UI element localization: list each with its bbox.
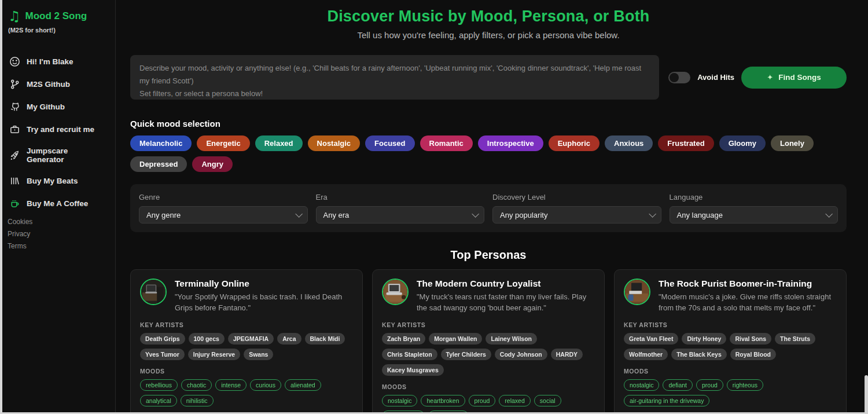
persona-avatar: [140, 279, 167, 305]
sidebar-footer-links: Cookies Privacy Terms: [8, 218, 32, 250]
app-subtitle: (M2S for short!): [8, 27, 107, 34]
top-personas-heading: Top Personas: [130, 248, 847, 262]
language-value: Any language: [677, 211, 723, 219]
filters-panel: Genre Any genre Era Any era Discovery Le…: [130, 184, 847, 232]
main-content: Discover Music by Mood, Persona, or Both…: [116, 0, 868, 414]
mood-tags: nostalgicdefiantproudrighteousair-guitar…: [624, 379, 837, 406]
app-title: Mood 2 Song: [25, 10, 87, 22]
artist-tag: Kacey Musgraves: [382, 364, 444, 376]
artist-tag: 100 gecs: [189, 333, 225, 345]
mood-tags: nostalgicheartbrokenproudrelaxedsocialse…: [382, 395, 595, 414]
moods-label: MOODS: [140, 368, 353, 375]
mood-pill[interactable]: Gloomy: [719, 135, 766, 151]
cookies-link[interactable]: Cookies: [8, 218, 32, 226]
mood-pill[interactable]: Romantic: [420, 135, 473, 151]
artist-tag: The Black Keys: [671, 349, 727, 360]
era-select[interactable]: Any era: [316, 206, 485, 224]
chevron-down-icon: [295, 210, 303, 218]
mood-tag: air-guitaring in the driveway: [624, 395, 709, 406]
mood-pill[interactable]: Melancholic: [130, 135, 192, 151]
sidebar-item-blake[interactable]: Hi! I'm Blake: [8, 53, 107, 70]
mood-tag: intense: [215, 379, 247, 391]
artist-tag: JPEGMAFIA: [228, 333, 274, 345]
mood-pill[interactable]: Introspective: [478, 135, 543, 151]
artist-tag: Cody Johnson: [495, 349, 547, 360]
page-title: Discover Music by Mood, Persona, or Both: [130, 8, 847, 25]
artist-tag: The Struts: [775, 333, 815, 345]
discovery-value: Any popularity: [500, 211, 547, 219]
mood-pill[interactable]: Anxious: [605, 135, 653, 151]
mood-description-input[interactable]: [130, 55, 659, 100]
filter-genre: Genre Any genre: [139, 193, 308, 224]
sidebar-item-my-github[interactable]: My Github: [8, 98, 107, 115]
key-artists-label: KEY ARTISTS: [140, 321, 353, 328]
sidebar-item-label: My Github: [27, 102, 65, 111]
sidebar-item-beats[interactable]: Buy My Beats: [8, 173, 107, 189]
mood-tag: heartbroken: [421, 395, 465, 406]
app-logo[interactable]: ♫ Mood 2 Song: [8, 9, 107, 23]
mood-pill[interactable]: Frustrated: [658, 135, 713, 151]
mood-tag: chaotic: [181, 379, 212, 391]
artist-tag: Greta Van Fleet: [624, 333, 678, 345]
artist-tag: Injury Reserve: [188, 349, 240, 360]
sidebar-item-label: Buy Me A Coffee: [27, 199, 88, 208]
persona-cards: Terminally Online "Your Spotify Wrapped …: [130, 269, 847, 414]
mood-tag: social: [534, 395, 561, 406]
mood-pill[interactable]: Depressed: [130, 156, 187, 172]
era-value: Any era: [323, 211, 350, 219]
persona-card-country-loyalist[interactable]: The Modern Country Loyalist "My truck's …: [372, 269, 605, 414]
persona-quote: "My truck's tears rust faster than my li…: [417, 292, 595, 314]
sparkle-icon: ✦: [767, 73, 773, 82]
genre-select[interactable]: Any genre: [139, 206, 308, 224]
vertical-scrollbar-thumb[interactable]: [865, 375, 868, 414]
sidebar-item-m2s-github[interactable]: M2S Github: [8, 76, 107, 93]
persona-card-terminally-online[interactable]: Terminally Online "Your Spotify Wrapped …: [130, 269, 363, 414]
persona-card-rock-purist[interactable]: The Rock Purist Boomer-in-Training "Mode…: [614, 269, 847, 414]
mood-tag: nostalgic: [382, 395, 417, 406]
filter-language: Language Any language: [670, 193, 838, 224]
mood-pill[interactable]: Energetic: [197, 135, 249, 151]
left-scrollbar[interactable]: [0, 0, 2, 414]
mood-pill[interactable]: Nostalgic: [308, 135, 361, 151]
discovery-select[interactable]: Any popularity: [492, 206, 661, 224]
language-select[interactable]: Any language: [670, 206, 838, 224]
github-icon: [9, 101, 20, 112]
card-header-text: The Rock Purist Boomer-in-Training "Mode…: [659, 279, 837, 314]
mood-pill[interactable]: Focused: [365, 135, 414, 151]
mood-pill[interactable]: Lonely: [771, 135, 814, 151]
artist-tag: Swans: [244, 349, 273, 360]
avoid-hits-toggle[interactable]: [668, 72, 690, 83]
discovery-label: Discovery Level: [492, 193, 661, 201]
mood-tags: rebelliouschaoticintensecuriousalienated…: [140, 379, 353, 406]
input-controls: Avoid Hits ✦ Find Songs: [668, 67, 847, 89]
artist-tags: Death Grips100 gecsJPEGMAFIAArcaBlack Mi…: [140, 333, 353, 360]
find-songs-label: Find Songs: [778, 73, 821, 82]
audio-bars-icon: [9, 175, 20, 186]
chevron-down-icon: [825, 210, 833, 218]
sidebar-item-jumpscare[interactable]: Jumpscare Generator: [8, 144, 107, 167]
genre-label: Genre: [139, 193, 308, 201]
key-artists-label: KEY ARTISTS: [382, 321, 595, 328]
mood-pill[interactable]: Angry: [192, 156, 233, 172]
sidebar-item-recruit[interactable]: Try and recruit me: [8, 121, 107, 138]
artist-tag: Dirty Honey: [682, 333, 726, 345]
avoid-hits-label: Avoid Hits: [697, 73, 734, 82]
find-songs-button[interactable]: ✦ Find Songs: [741, 67, 847, 89]
mood-tag: nihilistic: [181, 395, 214, 406]
sidebar-item-label: Hi! I'm Blake: [27, 57, 73, 66]
card-header: Terminally Online "Your Spotify Wrapped …: [140, 279, 353, 314]
artist-tag: Black Midi: [305, 333, 345, 345]
mood-input-row: Avoid Hits ✦ Find Songs: [130, 55, 847, 100]
moods-label: MOODS: [382, 383, 595, 390]
filter-era: Era Any era: [316, 193, 485, 224]
mood-pill[interactable]: Euphoric: [549, 135, 599, 151]
privacy-link[interactable]: Privacy: [8, 230, 32, 238]
smiley-icon: [9, 56, 20, 67]
mood-pill[interactable]: Relaxed: [255, 135, 303, 151]
card-header-text: Terminally Online "Your Spotify Wrapped …: [175, 279, 353, 314]
artist-tag: Morgan Wallen: [429, 333, 482, 345]
terms-link[interactable]: Terms: [8, 242, 32, 250]
mood-tag: relaxed: [499, 395, 530, 406]
artist-tag: Death Grips: [140, 333, 185, 345]
sidebar-item-coffee[interactable]: Buy Me A Coffee: [8, 195, 107, 212]
